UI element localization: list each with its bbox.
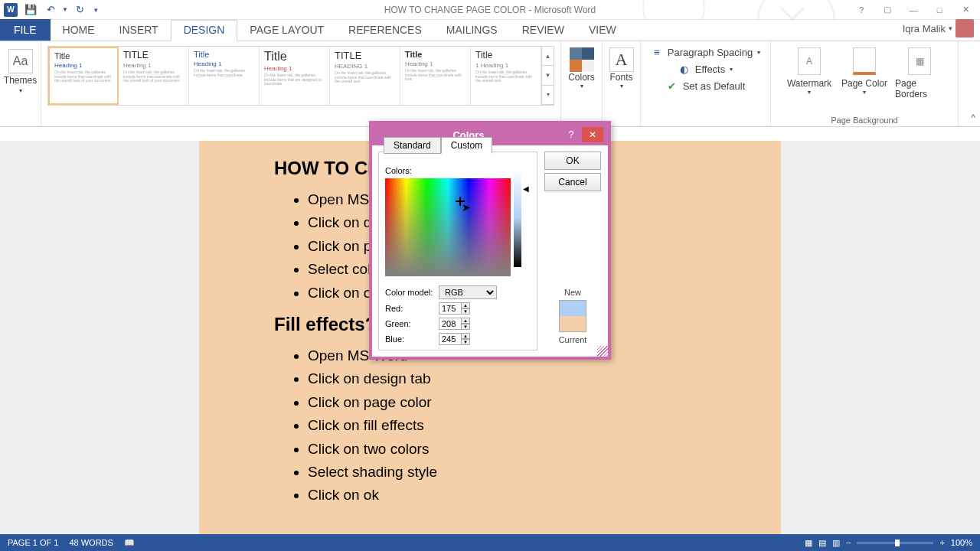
resize-grip[interactable]: [597, 346, 608, 357]
gallery-item[interactable]: TitleHeading 1On the Insert tab, the gal…: [48, 47, 119, 105]
proofing-icon[interactable]: 📖: [124, 538, 135, 548]
colors-label: Colors: [568, 72, 595, 83]
ribbon-tabs: FILE HOME INSERT DESIGN PAGE LAYOUT REFE…: [0, 20, 980, 41]
spin-up-icon[interactable]: ▲: [461, 302, 470, 308]
read-mode-icon[interactable]: ▦: [805, 538, 812, 548]
ok-button[interactable]: OK: [544, 152, 601, 170]
zoom-slider[interactable]: [857, 542, 933, 544]
maximize-button[interactable]: □: [929, 2, 949, 18]
themes-button[interactable]: Aa Themes ▾: [4, 44, 38, 94]
spin-down-icon[interactable]: ▼: [461, 324, 470, 330]
chevron-down-icon: ▾: [19, 87, 22, 94]
list-item: Select shading style: [308, 461, 706, 484]
tab-design[interactable]: DESIGN: [171, 20, 238, 41]
color-preview: [559, 300, 586, 332]
chevron-down-icon: ▾: [808, 89, 811, 96]
tab-file[interactable]: FILE: [0, 19, 51, 41]
list-item: Click on two colors: [308, 438, 706, 461]
status-bar: PAGE 1 OF 1 48 WORDS 📖 ▦ ▤ ▥ − + 100%: [0, 534, 980, 551]
tab-standard[interactable]: Standard: [384, 137, 441, 154]
current-label: Current: [559, 335, 587, 344]
collapse-ribbon-button[interactable]: ^: [971, 112, 975, 123]
web-layout-icon[interactable]: ▥: [832, 538, 840, 548]
scroll-down-icon[interactable]: ▼: [542, 66, 554, 85]
chevron-down-icon: ▾: [863, 89, 866, 96]
page-borders-button[interactable]: ▦Page Borders: [895, 47, 944, 99]
set-default-button[interactable]: ✔Set as Default: [666, 80, 746, 92]
tab-insert[interactable]: INSERT: [107, 21, 171, 41]
user-account[interactable]: Iqra Malik ▾: [903, 19, 980, 41]
dialog-close-button[interactable]: ✕: [582, 127, 603, 142]
color-spectrum[interactable]: ➤: [385, 178, 511, 276]
page-status[interactable]: PAGE 1 OF 1: [8, 538, 58, 547]
chevron-down-icon: ▾: [730, 66, 733, 73]
word-app-icon: W: [2, 2, 20, 18]
luminance-bar[interactable]: [514, 169, 521, 267]
colors-field-label: Colors:: [385, 166, 531, 175]
tab-custom[interactable]: Custom: [441, 137, 492, 154]
word-count[interactable]: 48 WORDS: [69, 538, 113, 547]
effects-button[interactable]: ◐Effects▾: [678, 63, 733, 75]
scroll-up-icon[interactable]: ▲: [542, 47, 554, 66]
green-label: Green:: [385, 319, 434, 328]
undo-button[interactable]: ↶: [41, 2, 60, 18]
close-button[interactable]: ✕: [956, 2, 975, 18]
check-icon: ✔: [666, 80, 678, 92]
paragraph-spacing-label: Paragraph Spacing: [668, 47, 753, 58]
gallery-item[interactable]: TitleHeading 1On the Insert tab, the gal…: [189, 47, 260, 105]
color-model-select[interactable]: RGB: [439, 285, 497, 299]
tab-home[interactable]: HOME: [51, 21, 107, 41]
cursor-icon: ➤: [462, 201, 471, 214]
chevron-down-icon: ▾: [757, 49, 760, 56]
luminance-arrow-icon[interactable]: ◀: [523, 184, 529, 193]
tab-review[interactable]: REVIEW: [510, 21, 577, 41]
help-button[interactable]: ?: [851, 2, 871, 18]
tab-mailings[interactable]: MAILINGS: [434, 21, 510, 41]
colors-button[interactable]: Colors ▾: [564, 44, 599, 93]
blue-input[interactable]: [439, 333, 462, 345]
zoom-in-button[interactable]: +: [939, 538, 944, 547]
fonts-button[interactable]: A Fonts ▾: [605, 44, 639, 93]
new-label: New: [564, 288, 581, 297]
save-button[interactable]: 💾: [21, 2, 40, 18]
paragraph-spacing-button[interactable]: ≡Paragraph Spacing▾: [651, 46, 760, 58]
gallery-scrollbar[interactable]: ▲▼▾: [541, 47, 554, 105]
group-label: Page Background: [771, 116, 958, 125]
minimize-button[interactable]: —: [903, 2, 923, 18]
zoom-out-button[interactable]: −: [846, 538, 851, 547]
title-bar: W 💾 ↶ ▼ ↻ ▾ HOW TO CHANGE PAGE COLOR - M…: [0, 0, 980, 20]
ribbon-options-button[interactable]: ▢: [877, 2, 897, 18]
dialog-help-button[interactable]: ?: [560, 127, 582, 142]
themes-label: Themes: [4, 75, 37, 86]
document-formatting-gallery[interactable]: TitleHeading 1On the Insert tab, the gal…: [47, 46, 554, 106]
gallery-more-icon[interactable]: ▾: [542, 86, 554, 105]
redo-button[interactable]: ↻: [70, 2, 89, 18]
gallery-item[interactable]: TITLEHEADING 1On the Insert tab, the gal…: [330, 47, 400, 105]
page-color-button[interactable]: Page Color▾: [840, 47, 889, 99]
gallery-item[interactable]: TitleHeading 1On the Insert tab, the gal…: [400, 47, 471, 105]
spin-down-icon[interactable]: ▼: [461, 308, 470, 315]
undo-dropdown-icon[interactable]: ▼: [61, 2, 69, 18]
qat-customize-icon[interactable]: ▾: [90, 2, 101, 18]
gallery-item[interactable]: TitleHeading 1On the Insert tab, the gal…: [260, 47, 330, 105]
spin-up-icon[interactable]: ▲: [461, 318, 470, 324]
chevron-down-icon: ▾: [620, 83, 623, 90]
effects-label: Effects: [695, 64, 726, 75]
print-layout-icon[interactable]: ▤: [818, 538, 826, 548]
gallery-item[interactable]: TITLEHeading 1On the Insert tab, the gal…: [119, 47, 189, 105]
tab-page-layout[interactable]: PAGE LAYOUT: [237, 21, 336, 41]
spin-down-icon[interactable]: ▼: [461, 339, 470, 345]
tab-references[interactable]: REFERENCES: [336, 21, 434, 41]
chevron-down-icon: ▾: [949, 24, 952, 32]
colors-icon: [570, 47, 594, 72]
gallery-item[interactable]: Title1 Heading 1On the Insert tab, the g…: [471, 47, 541, 105]
spin-up-icon[interactable]: ▲: [461, 333, 470, 339]
red-input[interactable]: [439, 302, 462, 315]
zoom-level[interactable]: 100%: [951, 538, 972, 547]
watermark-button[interactable]: AWatermark▾: [785, 47, 834, 99]
green-input[interactable]: [439, 318, 462, 330]
colors-dialog: Colors ? ✕ Standard Custom Colors: ➤ ◀ C…: [369, 121, 611, 360]
blue-label: Blue:: [385, 334, 434, 344]
cancel-button[interactable]: Cancel: [544, 173, 601, 191]
tab-view[interactable]: VIEW: [577, 21, 629, 41]
